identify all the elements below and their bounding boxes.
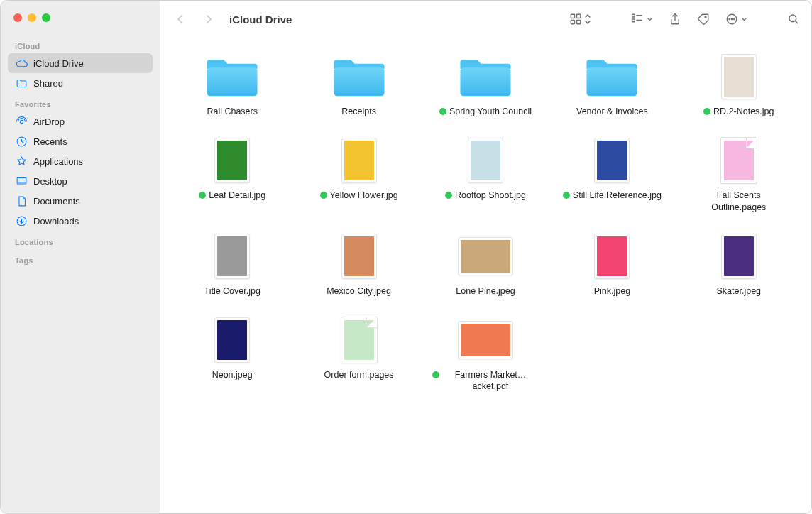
file-label-row: Rooftop Shoot.jpg [445,190,526,201]
svg-rect-10 [632,14,635,17]
svg-point-17 [731,18,732,19]
close-window-button[interactable] [13,13,22,22]
file-item[interactable]: Title Cover.jpg [172,231,292,297]
toolbar: iCloud Drive [160,1,811,38]
file-item[interactable]: Skater.jpeg [679,231,799,297]
file-thumbnail [202,136,262,185]
file-thumbnail [582,231,642,281]
tag-dot [320,192,327,199]
file-browser[interactable]: Rail Chasers Receipts Spring Youth Counc… [160,38,811,513]
file-item[interactable]: Still Life Reference.jpg [552,136,671,213]
file-item[interactable]: Mexico City.jpeg [299,231,418,297]
sidebar-item-applications[interactable]: Applications [8,151,153,171]
file-thumbnail [709,136,769,185]
file-label-row: Vendor & Invoices [576,106,648,117]
file-thumbnail [456,136,515,185]
file-item[interactable]: Pink.jpeg [552,231,671,297]
file-name: Spring Youth Council [449,106,532,117]
sidebar-item-label: Shared [33,78,63,89]
file-thumbnail [709,231,769,281]
actions-button[interactable] [725,13,747,26]
file-item[interactable]: Lone Pine.jpeg [426,231,545,297]
file-item[interactable]: Leaf Detail.jpg [172,136,292,213]
zoom-window-button[interactable] [42,13,50,22]
tag-dot [439,108,446,115]
file-thumbnail [202,231,262,281]
folder-icon [582,52,642,102]
sidebar-item-label: Applications [33,156,83,167]
file-label-row: Mexico City.jpeg [327,285,391,297]
file-item[interactable]: Farmers Market…acket.pdf [426,315,545,393]
file-thumbnail [329,136,389,185]
sidebar-item-label: Downloads [33,216,79,226]
tag-dot [199,192,206,199]
file-name: Farmers Market…acket.pdf [442,369,539,393]
file-thumbnail [709,52,769,102]
sidebar-item-icloud-drive[interactable]: iCloud Drive [8,53,153,73]
file-label-row: Order form.pages [324,369,394,381]
file-name: Pink.jpeg [594,285,630,297]
file-name: RD.2-Notes.jpg [713,106,774,117]
file-label-row: RD.2-Notes.jpg [703,106,774,117]
tags-button[interactable] [697,13,710,26]
svg-rect-6 [571,14,574,18]
svg-rect-22 [334,67,384,96]
file-item[interactable]: Neon.jpeg [172,315,292,393]
file-name: Skater.jpeg [717,285,762,297]
sidebar-item-airdrop[interactable]: AirDrop [8,111,153,131]
file-item[interactable]: Vendor & Invoices [552,52,671,117]
sidebar-item-label: Recents [33,136,67,147]
file-item[interactable]: Rail Chasers [172,52,292,117]
minimize-window-button[interactable] [28,13,36,22]
file-item[interactable]: Receipts [299,52,418,117]
search-button[interactable] [787,13,800,26]
back-button[interactable] [174,13,187,26]
downloads-icon [15,214,28,227]
svg-rect-7 [577,14,581,18]
group-by-button[interactable] [631,13,653,26]
file-item[interactable]: Spring Youth Council [426,52,545,117]
sidebar-section-header: Locations [1,231,160,249]
file-name: Yellow Flower.jpg [330,190,398,201]
file-label-row: Neon.jpeg [212,369,253,381]
svg-rect-2 [17,177,26,183]
file-name: Leaf Detail.jpg [209,190,265,201]
file-label-row: Leaf Detail.jpg [199,190,265,201]
file-thumbnail [582,136,642,185]
view-switcher[interactable] [569,13,591,26]
file-name: Fall Scents Outline.pages [689,190,789,213]
file-label-row: Receipts [341,106,376,117]
sidebar-item-shared[interactable]: Shared [8,73,153,93]
sidebar-item-label: AirDrop [33,116,65,127]
file-name: Rail Chasers [207,106,258,117]
sidebar-item-downloads[interactable]: Downloads [8,211,153,231]
file-label-row: Rail Chasers [207,106,258,117]
svg-rect-23 [460,67,510,96]
sidebar-item-desktop[interactable]: Desktop [8,171,153,191]
sidebar-section-header: iCloud [1,35,160,53]
desktop-icon [15,175,28,187]
forward-button[interactable] [202,13,215,26]
sidebar-item-recents[interactable]: Recents [8,131,153,151]
folder-icon [202,52,262,102]
file-item[interactable]: RD.2-Notes.jpg [679,52,799,117]
file-item[interactable]: Order form.pages [299,315,418,393]
file-thumbnail [456,315,515,365]
file-name: Vendor & Invoices [576,106,648,117]
file-item[interactable]: Fall Scents Outline.pages [679,136,799,213]
share-button[interactable] [669,13,681,26]
file-label-row: Fall Scents Outline.pages [689,190,789,213]
svg-rect-9 [577,21,581,24]
svg-point-19 [789,15,796,22]
file-item[interactable]: Rooftop Shoot.jpg [426,136,545,213]
file-name: Neon.jpeg [212,369,253,381]
main-pane: iCloud Drive [160,1,811,513]
airdrop-icon [15,115,28,128]
window-controls [1,8,160,35]
file-item[interactable]: Yellow Flower.jpg [299,136,418,213]
file-thumbnail [202,315,262,365]
file-thumbnail [329,315,389,365]
file-name: Title Cover.jpg [204,285,260,297]
sidebar-item-documents[interactable]: Documents [8,191,153,211]
file-name: Mexico City.jpeg [327,285,391,297]
